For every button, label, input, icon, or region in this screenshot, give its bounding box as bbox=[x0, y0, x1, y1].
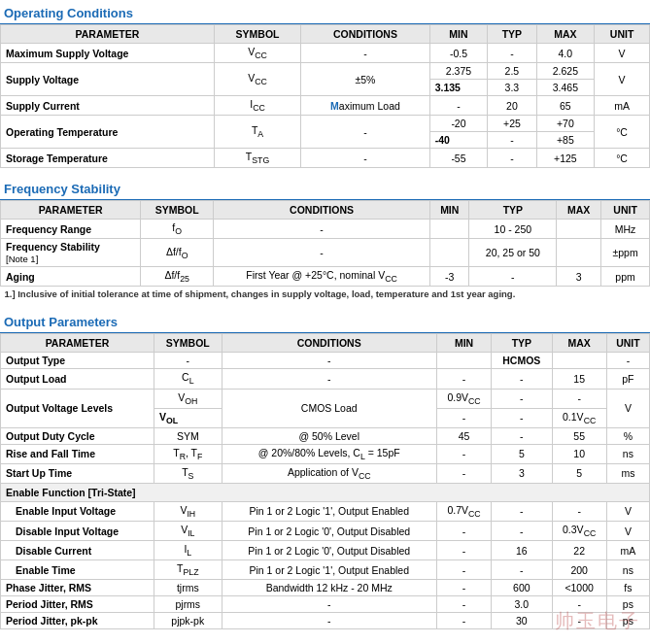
min-cell: -20 bbox=[429, 116, 488, 132]
unit-cell: V bbox=[606, 501, 649, 521]
unit-cell: - bbox=[606, 353, 649, 369]
typ-cell: 3.0 bbox=[492, 596, 552, 613]
symbol-cell: IL bbox=[154, 541, 222, 560]
unit-cell: ps bbox=[606, 613, 649, 629]
typ-cell: 20 bbox=[488, 96, 536, 116]
symbol-cell: VCC bbox=[214, 63, 300, 96]
frequency-stability-table: PARAMETER SYMBOL CONDITIONS MIN TYP MAX … bbox=[0, 200, 650, 301]
operating-conditions-table: PARAMETER SYMBOL CONDITIONS MIN TYP MAX … bbox=[0, 24, 650, 168]
table-row: Operating Temperature TA - -20 +25 +70 °… bbox=[1, 116, 650, 132]
typ-cell: - bbox=[492, 501, 552, 521]
symbol-cell: VIH bbox=[154, 501, 222, 521]
unit-cell: ppm bbox=[601, 267, 650, 287]
table-row: Enable Time TPLZ Pin 1 or 2 Logic '1', O… bbox=[1, 560, 650, 580]
conditions-cell: ±5% bbox=[301, 63, 429, 96]
unit-cell: V bbox=[595, 63, 650, 96]
col-unit: UNIT bbox=[606, 334, 649, 353]
unit-cell: ±ppm bbox=[601, 239, 650, 267]
symbol-cell: Δf/f25 bbox=[141, 267, 214, 287]
col-symbol: SYMBOL bbox=[141, 201, 214, 220]
param-label: Disable Current bbox=[1, 541, 154, 560]
typ-cell: - bbox=[492, 560, 552, 580]
col-max: MAX bbox=[557, 201, 601, 220]
min-cell: -40 bbox=[429, 132, 488, 149]
param-label: Operating Temperature bbox=[1, 116, 215, 149]
symbol-cell: pjpk-pk bbox=[154, 613, 222, 629]
symbol-cell: tjrms bbox=[154, 580, 222, 596]
max-cell bbox=[557, 220, 601, 239]
table-row: Aging Δf/f25 First Year @ +25°C, nominal… bbox=[1, 267, 650, 287]
symbol-cell: pjrms bbox=[154, 596, 222, 613]
col-unit: UNIT bbox=[601, 201, 650, 220]
typ-cell: 3.3 bbox=[488, 80, 536, 96]
conditions-cell: Pin 1 or 2 Logic '0', Output Disabled bbox=[222, 541, 436, 560]
output-parameters-section: Output Parameters PARAMETER SYMBOL CONDI… bbox=[0, 309, 650, 629]
col-min: MIN bbox=[429, 25, 488, 44]
conditions-cell: CMOS Load bbox=[222, 389, 436, 427]
min-cell: - bbox=[436, 463, 491, 483]
typ-cell: 16 bbox=[492, 541, 552, 560]
conditions-cell: Pin 1 or 2 Logic '1', Output Enabled bbox=[222, 501, 436, 521]
param-label: Frequency Range bbox=[1, 220, 141, 239]
max-cell: <1000 bbox=[552, 580, 606, 596]
table-row: Rise and Fall Time TR, TF @ 20%/80% Leve… bbox=[1, 444, 650, 463]
min-cell: - bbox=[436, 444, 491, 463]
unit-cell: ns bbox=[606, 560, 649, 580]
min-cell bbox=[430, 220, 469, 239]
param-label: Output Duty Cycle bbox=[1, 427, 154, 444]
param-label: Frequency Stability[Note 1] bbox=[1, 239, 141, 267]
col-min: MIN bbox=[436, 334, 491, 353]
min-cell: - bbox=[429, 96, 488, 116]
table-row: Maximum Supply Voltage VCC - -0.5 - 4.0 … bbox=[1, 44, 650, 63]
table-row: Output Type - - HCMOS - bbox=[1, 353, 650, 369]
max-cell: - bbox=[552, 389, 606, 408]
max-cell: 0.1VCC bbox=[552, 408, 606, 427]
output-parameters-table: PARAMETER SYMBOL CONDITIONS MIN TYP MAX … bbox=[0, 333, 650, 629]
max-cell: 3 bbox=[557, 267, 601, 287]
table-row: Start Up Time TS Application of VCC - 3 … bbox=[1, 463, 650, 483]
typ-cell: 2.5 bbox=[488, 63, 536, 80]
max-cell: 5 bbox=[552, 463, 606, 483]
symbol-cell: fO bbox=[141, 220, 214, 239]
table-row: Output Duty Cycle SYM @ 50% Level 45 - 5… bbox=[1, 427, 650, 444]
col-typ: TYP bbox=[492, 334, 552, 353]
frequency-stability-title: Frequency Stability bbox=[0, 176, 650, 200]
col-parameter: PARAMETER bbox=[1, 25, 215, 44]
conditions-cell: - bbox=[214, 239, 430, 267]
table-row: Disable Current IL Pin 1 or 2 Logic '0',… bbox=[1, 541, 650, 560]
typ-cell: 10 - 250 bbox=[469, 220, 557, 239]
param-label: Period Jitter, RMS bbox=[1, 596, 154, 613]
typ-cell: - bbox=[469, 267, 557, 287]
min-cell: -0.5 bbox=[429, 44, 488, 63]
symbol-cell: VOL bbox=[154, 408, 222, 427]
typ-cell: - bbox=[492, 427, 552, 444]
conditions-cell: - bbox=[222, 596, 436, 613]
conditions-cell: - bbox=[214, 220, 430, 239]
operating-conditions-section: Operating Conditions PARAMETER SYMBOL CO… bbox=[0, 0, 650, 168]
max-cell: 65 bbox=[536, 96, 595, 116]
max-cell: +70 bbox=[536, 116, 595, 132]
conditions-cell: @ 50% Level bbox=[222, 427, 436, 444]
param-label: Aging bbox=[1, 267, 141, 287]
col-max: MAX bbox=[552, 334, 606, 353]
param-label: Enable Input Voltage bbox=[1, 501, 154, 521]
param-label: Output Type bbox=[1, 353, 154, 369]
col-conditions: CONDITIONS bbox=[214, 201, 430, 220]
max-cell: 15 bbox=[552, 369, 606, 389]
symbol-cell: ICC bbox=[214, 96, 300, 116]
conditions-cell: First Year @ +25°C, nominal VCC bbox=[214, 267, 430, 287]
param-label: Rise and Fall Time bbox=[1, 444, 154, 463]
unit-cell: fs bbox=[606, 580, 649, 596]
col-symbol: SYMBOL bbox=[154, 334, 222, 353]
min-cell bbox=[430, 239, 469, 267]
unit-cell: V bbox=[595, 44, 650, 63]
symbol-cell: TS bbox=[154, 463, 222, 483]
min-cell: 2.375 bbox=[429, 63, 488, 80]
symbol-cell: - bbox=[154, 353, 222, 369]
max-cell: 4.0 bbox=[536, 44, 595, 63]
max-cell: - bbox=[552, 596, 606, 613]
max-cell: 0.3VCC bbox=[552, 522, 606, 541]
min-cell: 45 bbox=[436, 427, 491, 444]
typ-cell: 30 bbox=[492, 613, 552, 629]
unit-cell: % bbox=[606, 427, 649, 444]
